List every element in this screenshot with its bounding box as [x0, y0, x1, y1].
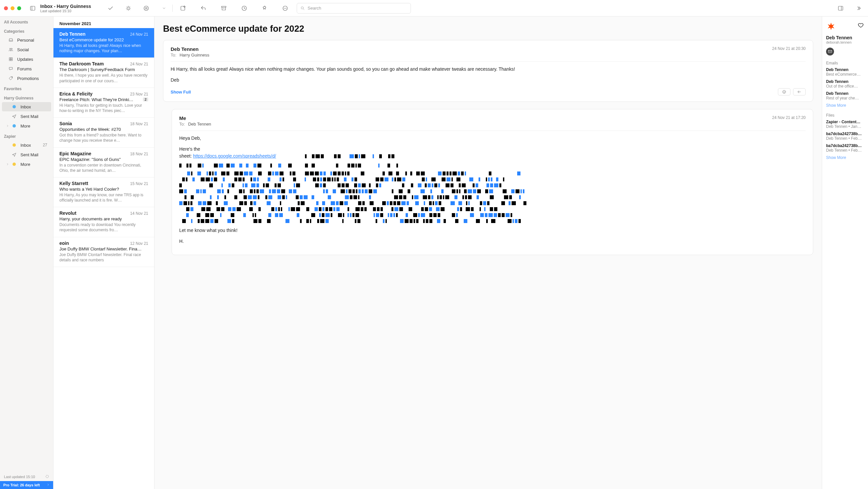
compose-icon[interactable] [177, 3, 188, 14]
pin-icon[interactable] [259, 3, 270, 14]
svg-rect-26 [838, 6, 843, 10]
toggle-right-panel-icon[interactable] [835, 3, 846, 14]
body-line: Here's the sheet: https://docs.google.co… [179, 146, 806, 160]
sidebar-item-inbox[interactable]: Inbox [2, 102, 51, 111]
message-body: Hi Harry, this all looks great! Always n… [170, 66, 806, 84]
message-row[interactable]: Erica & Felicity23 Nov 21Freelance Pitch… [54, 88, 154, 118]
minimize-window[interactable] [10, 6, 14, 10]
sidebar-item-label: More [21, 162, 30, 167]
contact-email: deborah.tennen [826, 40, 864, 44]
close-window[interactable] [4, 6, 8, 10]
svg-point-38 [784, 91, 785, 92]
message-row[interactable]: eoin12 Nov 21Joe Duffy BMW Clontarf News… [54, 237, 154, 267]
files-section-label: Files [826, 113, 864, 118]
overflow-icon[interactable] [853, 3, 864, 14]
search-input[interactable] [308, 6, 407, 10]
maximize-window[interactable] [17, 6, 21, 10]
message-row[interactable]: Revolut14 Nov 21Harry, your documents ar… [54, 207, 154, 237]
react-button[interactable] [778, 88, 790, 95]
svg-rect-39 [828, 51, 832, 53]
sidebar-item-label: Inbox [21, 143, 31, 148]
message-body: Heya Deb, Here's the sheet: https://docs… [179, 135, 806, 245]
message-from: Deb Tennen [170, 46, 209, 52]
message-sender: eoin [59, 240, 69, 246]
sidebar-item-social[interactable]: Social [2, 45, 51, 54]
sidebar-item-label: More [21, 123, 30, 128]
body-line: Deb [170, 77, 806, 84]
sidebar-item-sent-mail[interactable]: Sent Mail [2, 112, 51, 121]
related-email[interactable]: Deb TennenRest of year che… [826, 91, 864, 100]
sidebar-item-updates[interactable]: Updates [2, 55, 51, 64]
reader-pane[interactable]: Best eCommerce update for 2022 Deb Tenne… [154, 17, 822, 489]
message-card: Me To: Deb Tennen 24 Nov 21 at 17:20 Hey… [172, 109, 813, 255]
svg-line-8 [127, 9, 128, 9]
trial-banner[interactable]: Pro Trial: 26 days left [0, 481, 53, 489]
favorite-icon[interactable] [858, 22, 864, 29]
related-file[interactable]: Zapier - Content…Deb Tennen • Jan… [826, 120, 864, 129]
message-subject: Best eCommerce update for 2022 [59, 37, 124, 42]
message-date: 12 Nov 21 [130, 241, 148, 246]
reply-icon[interactable] [198, 3, 209, 14]
sparkle-icon[interactable] [123, 3, 134, 14]
snooze-icon[interactable] [239, 3, 250, 14]
mail-round-icon[interactable] [826, 48, 834, 56]
mark-read-icon[interactable] [105, 3, 116, 14]
related-email[interactable]: Deb TennenOut of the office… [826, 79, 864, 89]
message-to: Harry Guinness [180, 53, 209, 57]
sent-icon [11, 113, 17, 119]
sidebar-item-more[interactable]: More [2, 121, 51, 131]
message-preview: Hi Harry, As you may know, our new TRS a… [59, 192, 148, 203]
svg-point-28 [9, 48, 11, 50]
dot-icon [11, 123, 17, 129]
quick-reply-button[interactable] [793, 88, 806, 95]
sidebar-item-sent-mail[interactable]: Sent Mail [2, 150, 51, 159]
unread-count: 27 [43, 143, 47, 147]
message-row[interactable]: Epic Magazine18 Nov 21EPIC Magazine: "So… [54, 148, 154, 177]
message-row[interactable]: Deb Tennen24 Nov 21Best eCommerce update… [54, 28, 154, 58]
toolbar-center-group [177, 3, 291, 14]
chevron-right-icon [6, 162, 10, 167]
message-row[interactable]: The Darkroom Team24 Nov 21The Darkroom |… [54, 58, 154, 88]
sidebar-item-forums[interactable]: Forums [2, 64, 51, 74]
sidebar-item-inbox[interactable]: Inbox27 [2, 140, 51, 150]
chevron-down-icon[interactable] [158, 3, 169, 14]
message-row[interactable]: Sonia18 Nov 21Opportunities of the Week:… [54, 118, 154, 147]
message-preview: Hi Harry, this all looks great! Always n… [59, 43, 148, 54]
svg-rect-15 [221, 6, 226, 7]
message-row[interactable]: Kelly Starrett15 Nov 21Who wants a Yeti … [54, 177, 154, 207]
related-file[interactable]: ba7dcba242738b…Deb Tennen • Feb… [826, 132, 864, 141]
svg-rect-0 [30, 6, 35, 10]
svg-line-6 [127, 7, 128, 7]
svg-point-36 [782, 90, 785, 93]
archive-icon[interactable] [218, 3, 229, 14]
toolbar-left-group [105, 3, 169, 14]
list-circle-icon[interactable] [141, 3, 152, 14]
show-more-files[interactable]: Show More [826, 155, 864, 160]
sync-spinner-icon[interactable] [45, 474, 49, 479]
sidebar-item-personal[interactable]: Personal [2, 35, 51, 45]
search-box[interactable] [297, 3, 411, 13]
message-list[interactable]: November 2021 Deb Tennen24 Nov 21Best eC… [54, 17, 154, 489]
show-full-button[interactable]: Show Full [170, 90, 191, 94]
message-sender: Sonia [59, 121, 72, 126]
sidebar: All Accounts Categories PersonalSocialUp… [0, 17, 54, 489]
show-more-emails[interactable]: Show More [826, 103, 864, 108]
sidebar-item-promotions[interactable]: Promotions [2, 74, 51, 83]
account2-label: Zapier [0, 131, 53, 140]
more-icon[interactable] [280, 3, 291, 14]
body-line: Hi Harry, this all looks great! Always n… [170, 66, 806, 73]
related-file[interactable]: ba7dcba242738b…Deb Tennen • Feb… [826, 143, 864, 153]
message-subject: Opportunities of the Week: #270 [59, 127, 121, 132]
sidebar-item-more[interactable]: More [2, 160, 51, 169]
toggle-sidebar-icon[interactable] [27, 3, 38, 14]
svg-point-29 [11, 48, 12, 50]
sheet-link[interactable]: https://docs.google.com/spreadsheets/d/ [193, 153, 276, 159]
message-subject: Harry, your documents are ready [59, 217, 122, 221]
contact-name: Deb Tennen [826, 35, 864, 40]
entry-title: ba7dcba242738b… [826, 132, 864, 136]
svg-point-34 [11, 77, 12, 78]
list-section-header: November 2021 [54, 17, 154, 28]
related-email[interactable]: Deb TennenBest eCommerce… [826, 67, 864, 77]
titlebar: Inbox - Harry Guinness Last updated 15:1… [0, 0, 868, 17]
all-accounts-label[interactable]: All Accounts [0, 17, 53, 26]
